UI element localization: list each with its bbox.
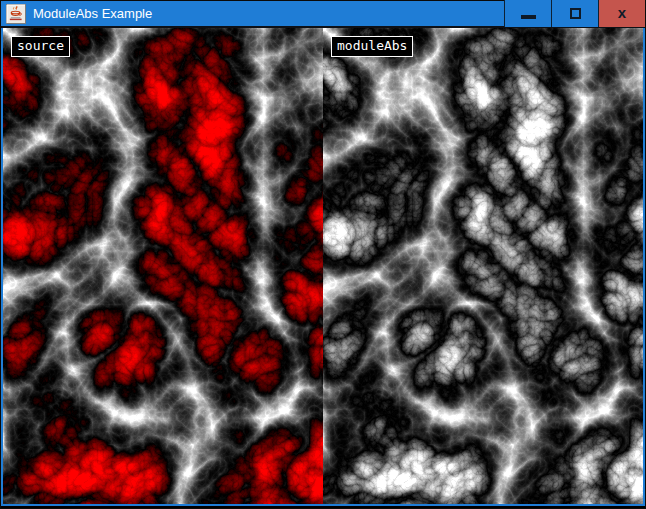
- close-icon: x: [618, 5, 626, 20]
- window-controls: x: [504, 0, 645, 27]
- panel-source: source: [3, 28, 323, 504]
- moduleabs-image: [323, 28, 643, 504]
- titlebar[interactable]: ModuleAbs Example x: [1, 1, 645, 28]
- window-title: ModuleAbs Example: [33, 0, 152, 27]
- java-cup-icon[interactable]: [6, 4, 26, 24]
- minimize-icon: [521, 15, 536, 19]
- moduleabs-label: moduleAbs: [331, 36, 413, 57]
- maximize-button[interactable]: [551, 0, 598, 27]
- panel-moduleabs: moduleAbs: [323, 28, 643, 504]
- app-window: ModuleAbs Example x source moduleAbs: [0, 0, 646, 509]
- minimize-button[interactable]: [504, 0, 551, 27]
- close-button[interactable]: x: [598, 0, 645, 27]
- source-label: source: [11, 36, 70, 57]
- render-area: source moduleAbs: [1, 28, 645, 506]
- source-image: [3, 28, 323, 504]
- maximize-icon: [570, 8, 581, 19]
